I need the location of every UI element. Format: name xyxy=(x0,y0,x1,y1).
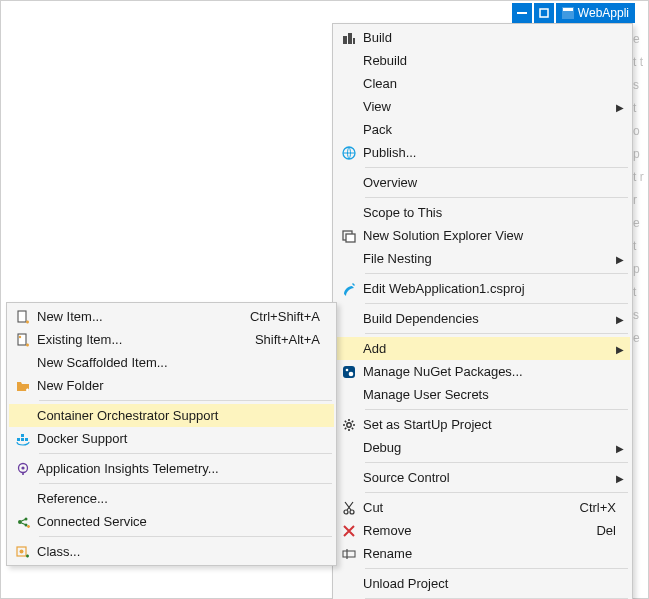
edit-icon xyxy=(335,281,363,297)
submenu-arrow-icon: ▶ xyxy=(616,101,624,112)
menu-item-set-as-startup-project[interactable]: Set as StartUp Project xyxy=(335,413,630,436)
existitem-icon xyxy=(9,332,37,348)
menu-item-existing-item[interactable]: Existing Item...Shift+Alt+A xyxy=(9,328,334,351)
menu-item-label: Application Insights Telemetry... xyxy=(37,461,320,476)
menu-item-build-dependencies[interactable]: Build Dependencies▶ xyxy=(335,307,630,330)
svg-point-11 xyxy=(349,371,354,376)
menu-item-unload-project[interactable]: Unload Project xyxy=(335,572,630,595)
context-menu-main[interactable]: BuildRebuildCleanView▶PackPublish...Over… xyxy=(332,23,633,599)
svg-rect-20 xyxy=(21,438,24,441)
menu-item-shortcut: Ctrl+Shift+A xyxy=(250,309,320,324)
svg-rect-4 xyxy=(348,33,352,44)
menu-item-label: Cut xyxy=(363,500,580,515)
tab-app-icon xyxy=(562,7,574,19)
active-tab[interactable]: WebAppli xyxy=(556,3,635,23)
menu-item-connected-service[interactable]: Connected Service xyxy=(9,510,334,533)
menu-item-label: Docker Support xyxy=(37,431,320,446)
menu-item-overview[interactable]: Overview xyxy=(335,171,630,194)
menu-separator xyxy=(39,536,332,537)
appinsights-icon xyxy=(9,461,37,477)
tab-strip: WebAppli xyxy=(510,3,635,23)
menu-item-pack[interactable]: Pack xyxy=(335,118,630,141)
menu-item-label: Manage NuGet Packages... xyxy=(363,364,616,379)
menu-separator xyxy=(39,453,332,454)
menu-item-rebuild[interactable]: Rebuild xyxy=(335,49,630,72)
menu-item-label: Clean xyxy=(363,76,616,91)
menu-item-source-control[interactable]: Source Control▶ xyxy=(335,466,630,489)
menu-item-manage-user-secrets[interactable]: Manage User Secrets xyxy=(335,383,630,406)
menu-item-label: Class... xyxy=(37,544,320,559)
menu-item-shortcut: Shift+Alt+A xyxy=(255,332,320,347)
svg-rect-21 xyxy=(21,434,24,437)
menu-item-label: Debug xyxy=(363,440,616,455)
menu-item-edit-webapplication1-csproj[interactable]: Edit WebApplication1.csproj xyxy=(335,277,630,300)
tab-icon-2[interactable] xyxy=(534,3,554,23)
menu-item-scope-to-this[interactable]: Scope to This xyxy=(335,201,630,224)
svg-rect-3 xyxy=(343,36,347,44)
menu-item-class[interactable]: Class... xyxy=(9,540,334,563)
svg-rect-22 xyxy=(25,438,28,441)
class-icon xyxy=(9,544,37,560)
svg-rect-19 xyxy=(17,438,20,441)
menu-item-new-solution-explorer-view[interactable]: New Solution Explorer View xyxy=(335,224,630,247)
svg-point-18 xyxy=(19,335,21,337)
menu-item-label: Publish... xyxy=(363,145,616,160)
tab-icon-1[interactable] xyxy=(512,3,532,23)
svg-rect-8 xyxy=(346,234,355,242)
svg-point-24 xyxy=(21,466,24,469)
svg-point-12 xyxy=(347,422,351,426)
menu-item-new-scaffolded-item[interactable]: New Scaffolded Item... xyxy=(9,351,334,374)
background-text: e t t s t o p t r r e t p t s e xyxy=(633,28,645,350)
menu-item-label: New Solution Explorer View xyxy=(363,228,616,243)
submenu-arrow-icon: ▶ xyxy=(616,253,624,264)
menu-item-label: Overview xyxy=(363,175,616,190)
menu-item-label: Connected Service xyxy=(37,514,320,529)
svg-rect-0 xyxy=(540,9,548,17)
menu-item-shortcut: Ctrl+X xyxy=(580,500,616,515)
menu-item-label: Build xyxy=(363,30,616,45)
docker-icon xyxy=(9,431,37,447)
menu-separator xyxy=(365,492,628,493)
menu-item-clean[interactable]: Clean xyxy=(335,72,630,95)
menu-item-label: New Item... xyxy=(37,309,250,324)
connservice-icon xyxy=(9,514,37,530)
menu-item-label: Scope to This xyxy=(363,205,616,220)
menu-item-label: New Folder xyxy=(37,378,320,393)
newfolder-icon xyxy=(9,378,37,394)
menu-item-manage-nuget-packages[interactable]: Manage NuGet Packages... xyxy=(335,360,630,383)
menu-item-docker-support[interactable]: Docker Support xyxy=(9,427,334,450)
menu-item-label: Container Orchestrator Support xyxy=(37,408,320,423)
rename-icon xyxy=(335,546,363,562)
menu-item-build[interactable]: Build xyxy=(335,26,630,49)
menu-item-add[interactable]: Add▶ xyxy=(335,337,630,360)
menu-item-debug[interactable]: Debug▶ xyxy=(335,436,630,459)
remove-icon xyxy=(335,523,363,539)
menu-item-cut[interactable]: CutCtrl+X xyxy=(335,496,630,519)
submenu-arrow-icon: ▶ xyxy=(616,442,624,453)
menu-item-remove[interactable]: RemoveDel xyxy=(335,519,630,542)
context-menu-add-submenu[interactable]: New Item...Ctrl+Shift+AExisting Item...S… xyxy=(6,302,337,566)
menu-separator xyxy=(365,167,628,168)
menu-item-view[interactable]: View▶ xyxy=(335,95,630,118)
menu-item-label: Rename xyxy=(363,546,616,561)
nuget-icon xyxy=(335,364,363,380)
menu-item-rename[interactable]: Rename xyxy=(335,542,630,565)
menu-item-reference[interactable]: Reference... xyxy=(9,487,334,510)
menu-item-label: New Scaffolded Item... xyxy=(37,355,320,370)
menu-item-label: Build Dependencies xyxy=(363,311,616,326)
menu-item-new-item[interactable]: New Item...Ctrl+Shift+A xyxy=(9,305,334,328)
menu-item-label: Remove xyxy=(363,523,596,538)
menu-item-application-insights-telemetry[interactable]: Application Insights Telemetry... xyxy=(9,457,334,480)
menu-item-container-orchestrator-support[interactable]: Container Orchestrator Support xyxy=(9,404,334,427)
svg-rect-17 xyxy=(18,334,26,345)
svg-point-29 xyxy=(20,549,24,553)
menu-item-file-nesting[interactable]: File Nesting▶ xyxy=(335,247,630,270)
menu-item-new-folder[interactable]: New Folder xyxy=(9,374,334,397)
tab-title: WebAppli xyxy=(578,6,629,20)
menu-item-publish[interactable]: Publish... xyxy=(335,141,630,164)
submenu-arrow-icon: ▶ xyxy=(616,472,624,483)
menu-item-label: Unload Project xyxy=(363,576,616,591)
menu-item-label: View xyxy=(363,99,616,114)
newitem-icon xyxy=(9,309,37,325)
menu-separator xyxy=(365,197,628,198)
